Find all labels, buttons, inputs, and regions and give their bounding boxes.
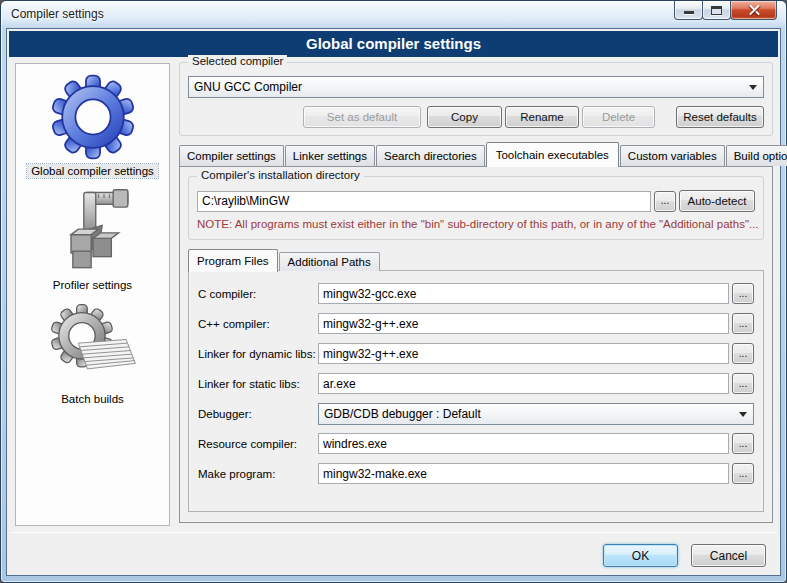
resource-compiler-row: Resource compiler: ... [198, 433, 754, 454]
sidebar-item-batch-builds[interactable]: Batch builds [16, 292, 169, 406]
settings-category-list: Global compiler settings [15, 63, 170, 526]
browse-make-program-button[interactable]: ... [732, 463, 754, 484]
browse-cpp-compiler-button[interactable]: ... [732, 313, 754, 334]
sidebar-item-label: Global compiler settings [27, 164, 158, 178]
debugger-select-value: GDB/CDB debugger : Default [324, 407, 481, 421]
window-controls [675, 1, 777, 20]
field-label: Make program: [198, 468, 318, 480]
browse-static-linker-button[interactable]: ... [732, 373, 754, 394]
window-title: Compiler settings [11, 7, 104, 21]
gray-gear-stack-icon [47, 301, 139, 389]
rename-button[interactable]: Rename [505, 106, 579, 128]
debugger-select[interactable]: GDB/CDB debugger : Default [318, 403, 754, 425]
browse-c-compiler-button[interactable]: ... [732, 283, 754, 304]
selected-compiler-group-label: Selected compiler [188, 55, 287, 67]
browse-dynamic-linker-button[interactable]: ... [732, 343, 754, 364]
footer-separator [10, 532, 777, 533]
sidebar-item-profiler-settings[interactable]: Profiler settings [16, 178, 169, 292]
sidebar-item-label: Profiler settings [49, 278, 136, 292]
chevron-down-icon [749, 85, 757, 90]
title-bar[interactable]: Compiler settings [1, 1, 786, 28]
dynamic-linker-row: Linker for dynamic libs: ... [198, 343, 754, 364]
field-label: Debugger: [198, 408, 318, 420]
sidebar-item-global-compiler-settings[interactable]: Global compiler settings [16, 64, 169, 178]
page-title: Global compiler settings [9, 31, 778, 57]
blue-gear-icon [47, 73, 139, 161]
maximize-icon [711, 6, 722, 15]
close-button[interactable] [730, 1, 777, 20]
delete-button[interactable]: Delete [582, 106, 655, 128]
field-label: C++ compiler: [198, 318, 318, 330]
copy-button[interactable]: Copy [427, 106, 502, 128]
field-label: C compiler: [198, 288, 318, 300]
set-as-default-button[interactable]: Set as default [303, 106, 421, 128]
dynamic-linker-input[interactable] [318, 343, 729, 364]
browse-resource-compiler-button[interactable]: ... [732, 433, 754, 454]
dialog-client-area: Global compiler settings [6, 28, 781, 576]
maximize-button[interactable] [702, 1, 731, 20]
c-compiler-input[interactable] [318, 283, 729, 304]
cpp-compiler-row: C++ compiler: ... [198, 313, 754, 334]
static-linker-row: Linker for static libs: ... [198, 373, 754, 394]
reset-defaults-button[interactable]: Reset defaults [676, 106, 764, 128]
compiler-buttons-row: Set as default Copy Rename Delete Reset … [303, 106, 764, 128]
auto-detect-button[interactable]: Auto-detect [679, 190, 755, 212]
installation-directory-row: ... Auto-detect [197, 190, 755, 212]
resource-compiler-input[interactable] [318, 433, 729, 454]
dialog-footer: OK Cancel [603, 544, 766, 567]
installation-directory-input[interactable] [197, 191, 651, 212]
caliper-icon [49, 187, 137, 275]
field-label: Linker for dynamic libs: [198, 348, 318, 360]
installation-directory-group-label: Compiler's installation directory [197, 169, 364, 181]
compiler-select[interactable]: GNU GCC Compiler [188, 76, 764, 98]
minimize-icon [684, 11, 694, 14]
c-compiler-row: C compiler: ... [198, 283, 754, 304]
minimize-button[interactable] [674, 1, 703, 20]
compiler-select-value: GNU GCC Compiler [194, 80, 302, 94]
tab-toolchain-executables[interactable]: Toolchain executables [486, 142, 619, 167]
subtab-additional-paths[interactable]: Additional Paths [279, 252, 380, 271]
tab-search-directories[interactable]: Search directories [376, 145, 485, 166]
tab-custom-variables[interactable]: Custom variables [620, 145, 725, 166]
tab-build-options[interactable]: Build options [726, 145, 787, 166]
settings-tabstrip: Compiler settings Linker settings Search… [179, 142, 773, 166]
browse-directory-button[interactable]: ... [654, 191, 676, 212]
cpp-compiler-input[interactable] [318, 313, 729, 334]
chevron-down-icon [739, 412, 747, 417]
programs-subtabs: Program Files Additional Paths [188, 250, 381, 271]
installation-directory-group: Compiler's installation directory ... Au… [188, 176, 764, 240]
tab-linker-settings[interactable]: Linker settings [285, 145, 375, 166]
program-files-panel: C compiler: ... C++ compiler: ... Linker… [188, 270, 764, 512]
debugger-row: Debugger: GDB/CDB debugger : Default [198, 403, 754, 424]
field-label: Resource compiler: [198, 438, 318, 450]
field-label: Linker for static libs: [198, 378, 318, 390]
sidebar-item-label: Batch builds [57, 392, 128, 406]
cancel-button[interactable]: Cancel [691, 544, 766, 567]
ok-button[interactable]: OK [603, 544, 678, 567]
selected-compiler-group: Selected compiler GNU GCC Compiler Set a… [179, 62, 773, 136]
make-program-row: Make program: ... [198, 463, 754, 484]
make-program-input[interactable] [318, 463, 729, 484]
bin-subdirectory-note: NOTE: All programs must exist either in … [197, 218, 759, 230]
subtab-program-files[interactable]: Program Files [188, 249, 278, 272]
page-title-banner: Global compiler settings [9, 31, 778, 57]
static-linker-input[interactable] [318, 373, 729, 394]
toolchain-executables-page: Compiler's installation directory ... Au… [179, 166, 773, 523]
compiler-settings-window: Compiler settings Global compiler settin… [0, 0, 787, 583]
tab-compiler-settings[interactable]: Compiler settings [179, 145, 284, 166]
